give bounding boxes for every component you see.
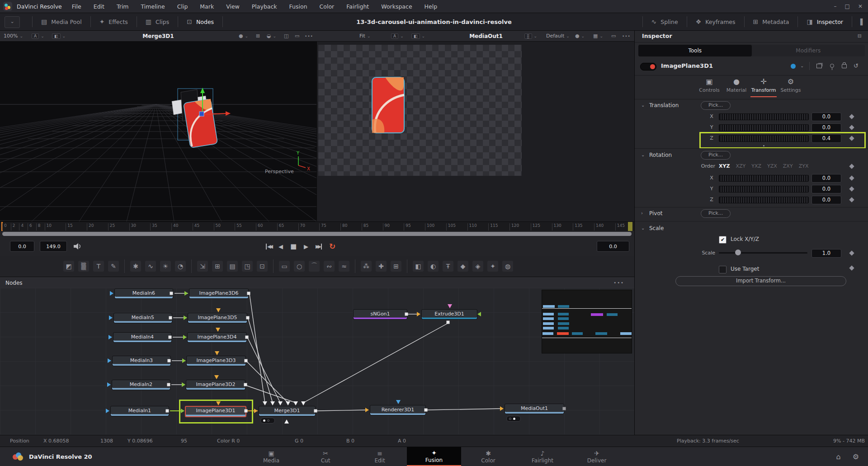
- version-color-dot[interactable]: [791, 64, 796, 69]
- scale-slider-track[interactable]: [719, 252, 807, 254]
- right-viewer-grid-icon[interactable]: ▦⌄: [593, 31, 603, 41]
- rotation-z-value[interactable]: 0.0: [811, 196, 841, 204]
- right-viewer-2d[interactable]: [317, 42, 634, 221]
- page-tab[interactable]: ▣ Media: [244, 447, 298, 466]
- node-port[interactable]: [254, 409, 258, 413]
- step-back-button[interactable]: ◀: [278, 243, 283, 250]
- right-viewer-frame-icon[interactable]: ▭: [611, 31, 616, 41]
- layout-panel-icon[interactable]: ▐: [858, 19, 863, 25]
- tab-settings[interactable]: ⚙ Settings: [778, 77, 804, 93]
- node[interactable]: MediaIn6: [114, 288, 173, 299]
- keyframe-diamond-icon[interactable]: [849, 164, 854, 169]
- node[interactable]: ImagePlane3D5: [188, 313, 247, 323]
- tool-icon[interactable]: ⊞: [391, 261, 401, 272]
- import-transform-button[interactable]: Import Transform...: [675, 276, 846, 286]
- panel-toggle-button[interactable]: ❖ Keyframes: [693, 18, 738, 25]
- pivot-section-header[interactable]: › Pivot Pick...: [635, 209, 868, 219]
- page-tab[interactable]: ≡ Edit: [353, 447, 407, 466]
- panel-toggle-button[interactable]: ⊞ Metadata: [750, 18, 792, 25]
- range-end-field[interactable]: 149.0: [40, 241, 67, 252]
- node-port[interactable]: [293, 401, 298, 405]
- tool-icon[interactable]: ◆: [458, 261, 468, 272]
- order-yxz[interactable]: YXZ: [751, 163, 761, 169]
- page-tab[interactable]: ✱ Color: [461, 447, 515, 466]
- left-viewer-fill-button[interactable]: ◧⌄: [52, 31, 66, 41]
- chevron-down-icon[interactable]: ⌄: [5, 16, 20, 28]
- loop-button[interactable]: ↻: [329, 242, 335, 251]
- panel-toggle-button[interactable]: ▤ Media Pool: [38, 18, 85, 25]
- chevron-down-icon[interactable]: ⌄: [800, 63, 804, 68]
- node-port[interactable]: [183, 335, 187, 339]
- right-viewer-fit[interactable]: Fit⌄: [359, 31, 370, 41]
- right-viewer-lut-select[interactable]: Default⌄: [546, 31, 570, 41]
- tool-icon[interactable]: ◍: [502, 261, 513, 272]
- tab-modifiers[interactable]: Modifiers: [752, 45, 865, 56]
- node-port[interactable]: [417, 312, 420, 316]
- lock-xyz-checkbox[interactable]: ✔: [719, 236, 726, 244]
- node-port[interactable]: [447, 321, 450, 324]
- menu-item[interactable]: Mark: [200, 3, 214, 10]
- node[interactable]: MediaIn4: [113, 332, 172, 343]
- order-zyx[interactable]: ZYX: [799, 163, 809, 169]
- nodes-panel-options-icon[interactable]: •••: [613, 280, 624, 285]
- tool-icon[interactable]: ∿: [145, 261, 156, 272]
- right-viewer-fill-button[interactable]: ◧⌄: [411, 31, 425, 41]
- tool-icon[interactable]: ✦: [487, 261, 498, 272]
- panel-toggle-button[interactable]: ⊡ Nodes: [184, 18, 217, 25]
- node-port[interactable]: [278, 401, 283, 405]
- left-viewer-compare-icon[interactable]: ◫: [284, 31, 288, 41]
- menu-item[interactable]: Fusion: [289, 3, 307, 10]
- tool-icon[interactable]: ◧: [413, 261, 424, 272]
- left-viewer-3d[interactable]: Y X Perspective: [0, 42, 317, 221]
- rotation-y-slider[interactable]: [719, 186, 809, 193]
- home-icon[interactable]: ⌂: [836, 452, 841, 461]
- keyframe-diamond-icon[interactable]: [849, 265, 854, 270]
- audio-mute-icon[interactable]: [73, 243, 82, 250]
- node-port[interactable]: [500, 406, 504, 411]
- translation-pick-button[interactable]: Pick...: [701, 101, 731, 110]
- node[interactable]: ImagePlane3D4: [187, 332, 247, 343]
- keyframe-diamond-icon[interactable]: [849, 250, 854, 255]
- node-port[interactable]: [106, 409, 109, 413]
- panel-toggle-button[interactable]: ∿ Spline: [649, 18, 681, 25]
- tool-icon[interactable]: ⇲: [197, 261, 208, 272]
- menu-item[interactable]: Workspace: [381, 3, 412, 10]
- left-viewer-split-icon[interactable]: ⊞: [256, 31, 260, 41]
- left-viewer-polygon-icon[interactable]: ●⌄: [239, 31, 248, 41]
- tool-icon[interactable]: ◩: [63, 261, 74, 272]
- window-control-icon[interactable]: –: [834, 3, 837, 9]
- order-xzy[interactable]: XZY: [736, 163, 745, 169]
- pivot-pick-button[interactable]: Pick...: [701, 209, 731, 218]
- tab-transform[interactable]: ✛ Transform: [750, 77, 777, 93]
- history-icon[interactable]: ↺: [854, 62, 859, 69]
- node-port[interactable]: [107, 382, 111, 387]
- rotation-x-value[interactable]: 0.0: [811, 174, 841, 183]
- menu-item[interactable]: File: [72, 3, 81, 10]
- keyframe-diamond-icon[interactable]: [849, 197, 854, 202]
- node-graph-minimap[interactable]: [542, 290, 632, 353]
- node-port[interactable]: [448, 304, 452, 308]
- order-zxy[interactable]: ZXY: [783, 163, 793, 169]
- node[interactable]: MediaIn1: [110, 406, 169, 416]
- left-viewer-alpha-icon[interactable]: ◒⌄: [267, 31, 276, 41]
- scale-value[interactable]: 1.0: [811, 249, 841, 258]
- order-yzx[interactable]: YZX: [767, 163, 777, 169]
- translation-x-slider[interactable]: [719, 113, 809, 120]
- menu-item[interactable]: Clip: [177, 3, 188, 10]
- timeline-scrollbar[interactable]: [2, 232, 632, 236]
- keyframe-diamond-icon[interactable]: [849, 114, 854, 119]
- node-port[interactable]: [477, 312, 481, 316]
- translation-y-value[interactable]: 0.0: [811, 123, 841, 132]
- menu-item[interactable]: Trim: [117, 3, 129, 10]
- tool-icon[interactable]: ⊡: [257, 261, 268, 272]
- menu-item[interactable]: View: [226, 3, 240, 10]
- range-start-field[interactable]: 0.0: [10, 241, 34, 252]
- play-button[interactable]: ▶: [304, 243, 308, 250]
- tool-icon[interactable]: ▒: [78, 261, 89, 272]
- window-control-icon[interactable]: ✕: [858, 3, 863, 9]
- right-viewer-polygon-icon[interactable]: ●⌄: [575, 31, 585, 41]
- tool-icon[interactable]: ◐: [428, 261, 439, 272]
- node-port[interactable]: [184, 291, 188, 296]
- node[interactable]: MediaIn2: [112, 380, 170, 390]
- lock-icon[interactable]: [842, 64, 847, 68]
